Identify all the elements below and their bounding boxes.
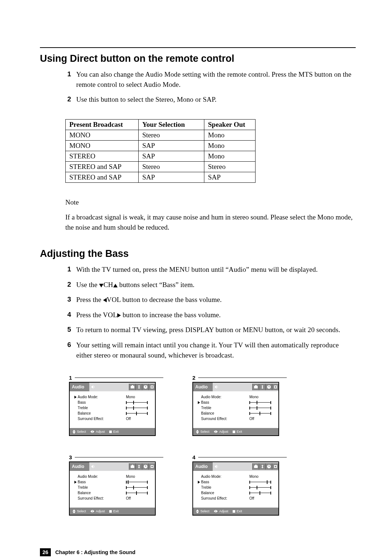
- osd-panel: 4 Audio Audio Mode: Mono: [192, 454, 287, 516]
- osd-label: Surround Effect:: [78, 417, 126, 421]
- osd-menu: Audio Audio Mode: Mono Bass: [192, 382, 279, 436]
- osd-step-label: 4: [192, 454, 287, 460]
- step: 3 Press the VOL button to decrease the b…: [65, 295, 356, 305]
- osd-value: Mono: [249, 475, 275, 479]
- osd-value: Mono: [249, 395, 275, 399]
- osd-step-number: 2: [192, 375, 195, 381]
- selection-pointer-icon: [74, 481, 77, 484]
- step: 2 Use the CH buttons select “Bass” item.: [65, 280, 356, 290]
- speaker-icon: [91, 385, 95, 389]
- step: 1 With the TV turned on, press the MENU …: [65, 265, 356, 275]
- left-right-icon: [90, 510, 94, 513]
- osd-row-treble: Treble: [197, 405, 275, 411]
- osd-row-bass: Bass: [74, 479, 151, 485]
- osd-body: Audio Mode: Mono Bass Treble: [70, 391, 155, 428]
- osd-row-treble: Treble: [74, 485, 151, 490]
- selection-pointer-icon: [198, 401, 200, 404]
- osd-slider: [126, 486, 148, 489]
- osd-label: Surround Effect:: [78, 496, 126, 500]
- osd-slider: [249, 401, 271, 404]
- osd-tab-icon: [252, 463, 259, 470]
- stop-icon: [233, 431, 235, 433]
- osd-row-audio-mode: Audio Mode: Mono: [74, 474, 151, 479]
- label-line: [75, 457, 163, 457]
- stop-icon: [109, 431, 112, 433]
- osd-menu: Audio Audio Mode: Mono Bass: [69, 382, 156, 436]
- osd-footer-exit: Exit: [233, 430, 242, 433]
- step: 4 Press the VOL button to increase the b…: [65, 310, 356, 320]
- osd-label: Surround Effect:: [201, 496, 249, 500]
- osd-tab-icon: [272, 463, 278, 470]
- osd-tab-icon: [142, 384, 148, 390]
- osd-row-balance: Balance: [197, 411, 275, 416]
- osd-footer-select: Select: [196, 430, 209, 434]
- osd-slider: [126, 412, 148, 415]
- osd-slider: [249, 486, 271, 489]
- step-text: You can also change the Audio Mode setti…: [76, 69, 356, 89]
- osd-label: Audio Mode:: [78, 395, 126, 399]
- osd-value: Off: [249, 496, 275, 500]
- svg-rect-0: [131, 386, 134, 388]
- selection-pointer-icon: [74, 396, 77, 399]
- osd-label: Audio Mode:: [201, 395, 249, 399]
- osd-menu: Audio Audio Mode: Mono Bass: [69, 461, 156, 516]
- osd-footer-select: Select: [73, 430, 86, 434]
- osd-footer-select: Select: [196, 509, 209, 513]
- osd-row-balance: Balance: [197, 490, 275, 496]
- svg-rect-13: [275, 386, 276, 388]
- osd-tab-icon: [272, 384, 278, 390]
- osd-tab-icon: [252, 384, 259, 390]
- osd-label: Balance: [201, 411, 249, 415]
- table-header: Present Broadcast: [66, 119, 139, 130]
- svg-rect-4: [145, 387, 146, 387]
- osd-slider: [126, 492, 148, 495]
- osd-label: Bass: [201, 480, 249, 484]
- table-header: Speaker Out: [204, 119, 256, 130]
- osd-row-surround: Surround Effect: Off: [74, 496, 151, 501]
- table-header-row: Present Broadcast Your Selection Speaker…: [66, 119, 256, 130]
- osd-title: Audio: [70, 383, 89, 391]
- osd-value: Off: [249, 417, 275, 421]
- osd-tab-icon: [129, 384, 135, 390]
- label-line: [198, 457, 287, 457]
- broadcast-table: Present Broadcast Your Selection Speaker…: [65, 119, 256, 183]
- left-right-icon: [214, 510, 218, 513]
- osd-row-surround: Surround Effect: Off: [197, 416, 275, 421]
- osd-tab-icon: [148, 384, 155, 390]
- svg-rect-6: [151, 386, 153, 388]
- step: 1 You can also change the Audio Mode set…: [65, 69, 356, 89]
- section1-heading: Using Direct button on the remote contro…: [40, 53, 356, 64]
- osd-label: Balance: [78, 411, 126, 415]
- osd-row-audio-mode: Audio Mode: Mono: [197, 474, 275, 479]
- svg-rect-11: [269, 387, 270, 387]
- triangle-down-icon: [99, 284, 103, 287]
- osd-footer-adjust: Adjust: [90, 430, 105, 433]
- step-number: 3: [65, 295, 71, 304]
- osd-row-bass: Bass: [197, 479, 275, 485]
- svg-rect-20: [151, 466, 153, 467]
- osd-row-audio-mode: Audio Mode: Mono: [74, 394, 151, 400]
- osd-header-icons: [129, 463, 155, 470]
- svg-rect-8: [255, 385, 257, 386]
- osd-tab-icon: [135, 463, 142, 470]
- osd-header-icons: [252, 463, 278, 470]
- svg-rect-14: [131, 465, 134, 468]
- step-number: 6: [65, 340, 71, 350]
- osd-panel: 3 Audio Audio Mode: Mono: [69, 454, 163, 516]
- osd-step-number: 4: [192, 454, 195, 460]
- osd-label: Bass: [78, 400, 126, 404]
- selection-pointer-icon: [198, 481, 200, 484]
- step-text: Your setting will remain intact until yo…: [76, 340, 356, 360]
- step-number: 2: [65, 280, 71, 290]
- osd-row-bass: Bass: [197, 400, 275, 405]
- step-number: 1: [65, 265, 71, 274]
- osd-row-treble: Treble: [74, 405, 151, 411]
- osd-row-audio-mode: Audio Mode: Mono: [197, 394, 275, 400]
- step: 2 Use this button to select the Stereo, …: [65, 94, 356, 105]
- osd-screenshots: 1 Audio Audio Mode: Mono: [69, 375, 356, 516]
- step: 5 To return to normal TV viewing, press …: [65, 325, 356, 335]
- step-text: With the TV turned on, press the MENU bu…: [76, 265, 318, 275]
- osd-footer-exit: Exit: [109, 509, 119, 513]
- osd-label: Audio Mode:: [78, 475, 126, 479]
- section2-heading: Adjusting the Bass: [40, 248, 356, 259]
